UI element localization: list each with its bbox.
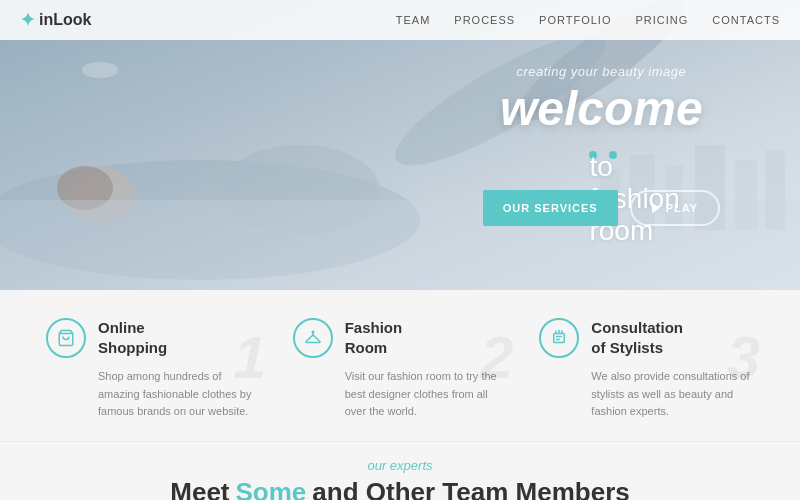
hero-content: creating your beauty image welcome to fa… bbox=[483, 64, 720, 226]
experts-title-pre: Meet bbox=[170, 477, 229, 500]
hero-section: creating your beauty image welcome to fa… bbox=[0, 0, 800, 290]
svg-rect-11 bbox=[735, 160, 757, 230]
shopping-bag-icon bbox=[46, 318, 86, 358]
svg-rect-19 bbox=[554, 334, 565, 343]
logo-text: inLook bbox=[39, 11, 91, 29]
nav-team[interactable]: TEAM bbox=[396, 14, 431, 26]
logo[interactable]: ✦ inLook bbox=[20, 9, 91, 31]
feature-header-3: Consultationof Stylists bbox=[539, 318, 754, 358]
play-button[interactable]: PLAY bbox=[630, 190, 720, 226]
feature-consultation: Consultationof Stylists 3 We also provid… bbox=[523, 318, 770, 421]
feature-number-3: 3 bbox=[727, 328, 760, 388]
nav-contacts[interactable]: CONTACTS bbox=[712, 14, 780, 26]
feature-text-1: Shop among hundreds of amazing fashionab… bbox=[46, 368, 261, 421]
feature-fashion-room: FashionRoom 2 Visit our fashion room to … bbox=[277, 318, 524, 421]
feature-text-2: Visit our fashion room to try the best d… bbox=[293, 368, 508, 421]
svg-rect-12 bbox=[765, 150, 785, 230]
hero-title: welcome bbox=[483, 83, 720, 136]
features-section: OnlineShopping 1 Shop among hundreds of … bbox=[0, 290, 800, 441]
nav-portfolio[interactable]: PORTFOLIO bbox=[539, 14, 611, 26]
feature-title-2: FashionRoom bbox=[345, 318, 403, 357]
experts-label: our experts bbox=[30, 458, 770, 473]
hero-tagline: creating your beauty image bbox=[483, 64, 720, 79]
feature-title-1: OnlineShopping bbox=[98, 318, 167, 357]
logo-icon: ✦ bbox=[20, 9, 35, 31]
hanger-icon bbox=[293, 318, 333, 358]
experts-title: Meet Some and Other Team Members bbox=[30, 477, 770, 500]
feature-number-2: 2 bbox=[480, 328, 513, 388]
hero-buttons: OUR SERVICES PLAY bbox=[483, 190, 720, 226]
svg-point-13 bbox=[82, 62, 118, 78]
svg-point-15 bbox=[312, 331, 314, 333]
feature-header-1: OnlineShopping bbox=[46, 318, 261, 358]
nav-pricing[interactable]: PRICING bbox=[635, 14, 688, 26]
feature-text-3: We also provide consultations of stylist… bbox=[539, 368, 754, 421]
hero-subtitle: to fashion room bbox=[483, 138, 720, 170]
stylist-icon bbox=[539, 318, 579, 358]
nav-links: TEAM PROCESS PORTFOLIO PRICING CONTACTS bbox=[396, 14, 780, 26]
our-services-button[interactable]: OUR SERVICES bbox=[483, 190, 618, 226]
nav-process[interactable]: PROCESS bbox=[454, 14, 515, 26]
play-icon bbox=[652, 203, 660, 213]
feature-title-3: Consultationof Stylists bbox=[591, 318, 683, 357]
navbar: ✦ inLook TEAM PROCESS PORTFOLIO PRICING … bbox=[0, 0, 800, 40]
experts-title-post: and Other Team Members bbox=[312, 477, 629, 500]
feature-online-shopping: OnlineShopping 1 Shop among hundreds of … bbox=[30, 318, 277, 421]
experts-section: our experts Meet Some and Other Team Mem… bbox=[0, 441, 800, 500]
feather-decoration bbox=[80, 60, 120, 84]
feature-number-1: 1 bbox=[233, 328, 266, 388]
teal-dot-decoration bbox=[609, 152, 617, 160]
experts-title-highlight: Some bbox=[236, 477, 307, 500]
feature-header-2: FashionRoom bbox=[293, 318, 508, 358]
